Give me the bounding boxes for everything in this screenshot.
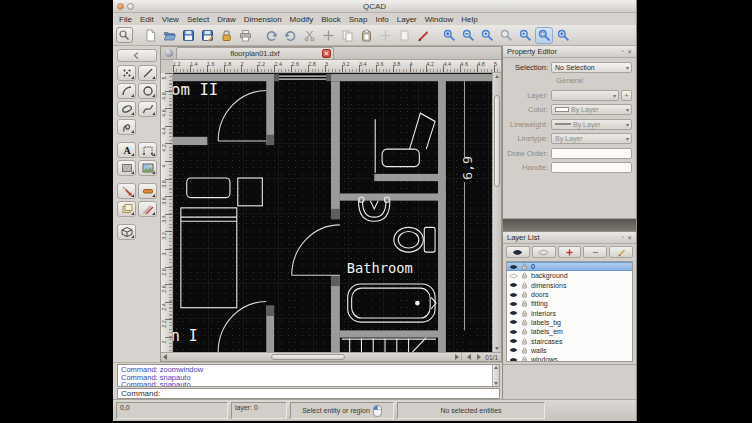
tool-circle-button[interactable] xyxy=(138,83,157,99)
copy-button[interactable] xyxy=(338,27,356,44)
minus-button[interactable] xyxy=(583,246,607,258)
tool-point-button[interactable] xyxy=(117,65,136,81)
lock-icon[interactable] xyxy=(521,328,528,335)
edit-button[interactable] xyxy=(414,27,432,44)
eye-icon[interactable] xyxy=(509,338,518,344)
eye-icon[interactable] xyxy=(509,282,518,288)
zoom-auto-button[interactable] xyxy=(478,27,496,44)
lock-icon[interactable] xyxy=(521,338,528,345)
tool-ellipse-button[interactable] xyxy=(117,101,136,117)
eye-icon[interactable] xyxy=(509,329,518,335)
eye-icon[interactable] xyxy=(509,319,518,325)
add-layer-mini-button[interactable]: + xyxy=(621,90,632,101)
eye-icon[interactable] xyxy=(509,292,518,298)
menu-help[interactable]: Help xyxy=(461,15,477,24)
vertical-scroll-thumb[interactable] xyxy=(494,95,500,187)
eye-icon[interactable] xyxy=(509,301,518,307)
move-button[interactable] xyxy=(319,27,337,44)
history-scroll-down-icon[interactable] xyxy=(494,382,498,385)
layer-row[interactable]: fitting xyxy=(507,299,632,308)
pencil-button[interactable] xyxy=(609,246,633,258)
tool-arc-button[interactable] xyxy=(117,83,136,99)
lineweight-combo[interactable]: By Layer xyxy=(551,119,632,130)
linetype-combo[interactable]: By Layer xyxy=(551,133,632,144)
open-button[interactable] xyxy=(160,27,178,44)
lock-icon[interactable] xyxy=(521,291,528,298)
back-button[interactable] xyxy=(117,49,157,62)
tool-hatch-button[interactable] xyxy=(117,160,136,176)
menu-window[interactable]: Window xyxy=(425,15,453,24)
close-panel-icon[interactable]: ✕ xyxy=(627,48,632,55)
layer-row[interactable]: doors xyxy=(507,290,632,299)
color-combo[interactable]: By Layer xyxy=(551,104,632,115)
eye-button[interactable] xyxy=(506,246,530,258)
eye-off-button[interactable] xyxy=(532,246,556,258)
save-as-button[interactable] xyxy=(198,27,216,44)
zoom-window-button[interactable] xyxy=(535,27,553,44)
lock-icon[interactable] xyxy=(521,300,528,307)
layer-list-title-bar[interactable]: Layer List ▫✕ xyxy=(503,232,636,244)
plus-red-button[interactable] xyxy=(558,246,582,258)
layer-row[interactable]: labels_bg xyxy=(507,318,632,327)
menu-dimension[interactable]: Dimension xyxy=(244,15,282,24)
layer-row[interactable]: staircases xyxy=(507,336,632,345)
menu-snap[interactable]: Snap xyxy=(349,15,368,24)
menu-select[interactable]: Select xyxy=(187,15,209,24)
command-input[interactable]: Command: xyxy=(117,388,500,399)
eye-icon[interactable] xyxy=(509,357,518,362)
layer-row[interactable]: background xyxy=(507,271,632,280)
tool-measure-button[interactable] xyxy=(138,201,157,217)
eye-icon[interactable] xyxy=(509,310,518,316)
horizontal-scrollbar[interactable]: 01/1 xyxy=(161,352,501,361)
scroll-up-icon[interactable] xyxy=(495,75,499,78)
prev-sheet-icon[interactable] xyxy=(467,354,471,360)
close-tab-button[interactable]: ✕ xyxy=(322,49,331,58)
tool-attributes-button[interactable] xyxy=(138,183,157,199)
next-sheet-icon[interactable] xyxy=(477,354,481,360)
float-panel-icon[interactable]: ▫ xyxy=(622,234,624,241)
eye-icon[interactable] xyxy=(509,264,518,270)
tool-polyline-button[interactable] xyxy=(117,119,136,135)
new-button[interactable] xyxy=(141,27,159,44)
history-scrollbar[interactable] xyxy=(492,365,499,386)
layer-row[interactable]: interiors xyxy=(507,308,632,317)
tool-blocks-button[interactable] xyxy=(117,201,136,217)
lock-icon[interactable] xyxy=(521,263,528,270)
lock-icon[interactable] xyxy=(521,310,528,317)
tool-text-button[interactable]: A xyxy=(117,142,136,158)
lock-icon[interactable] xyxy=(521,319,528,326)
layer-row[interactable]: walls xyxy=(507,346,632,355)
tool-line-button[interactable] xyxy=(138,65,157,81)
selection-combo[interactable]: No Selection xyxy=(551,62,632,73)
tool-image-button[interactable] xyxy=(138,160,157,176)
tool-cube-button[interactable] xyxy=(117,224,136,240)
layer-combo[interactable] xyxy=(551,90,619,101)
draw-order-input[interactable] xyxy=(551,148,632,159)
tab-floorplan[interactable]: floorplan01.dxf ✕ xyxy=(176,47,334,59)
eye-off-icon[interactable] xyxy=(509,273,518,279)
print-button[interactable] xyxy=(236,27,254,44)
horizontal-scroll-thumb[interactable] xyxy=(271,354,345,360)
lock-icon[interactable] xyxy=(521,272,528,279)
dock-splitter[interactable] xyxy=(503,219,636,232)
scroll-left-icon[interactable] xyxy=(163,354,167,360)
handle-input[interactable] xyxy=(551,162,632,173)
layer-row[interactable]: windows xyxy=(507,355,632,362)
lock-icon[interactable] xyxy=(521,347,528,354)
menu-info[interactable]: Info xyxy=(375,15,388,24)
history-scroll-up-icon[interactable] xyxy=(494,366,498,369)
menu-block[interactable]: Block xyxy=(321,15,341,24)
lock-icon[interactable] xyxy=(521,282,528,289)
paste-button[interactable] xyxy=(357,27,375,44)
close-panel-icon[interactable]: ✕ xyxy=(627,234,632,241)
reset-button[interactable] xyxy=(116,27,133,43)
layer-row[interactable]: 0 xyxy=(507,262,632,271)
drawing-canvas[interactable]: om II n I Bathroom 6,9 xyxy=(173,73,492,352)
scroll-right-icon[interactable] xyxy=(455,354,459,360)
property-editor-title-bar[interactable]: Property Editor ▫✕ xyxy=(503,46,636,58)
vertical-scrollbar[interactable] xyxy=(492,73,501,352)
zoom-prev-button[interactable] xyxy=(516,27,534,44)
zoom-out-button[interactable] xyxy=(459,27,477,44)
zoom-in-button[interactable] xyxy=(440,27,458,44)
menu-view[interactable]: View xyxy=(162,15,179,24)
